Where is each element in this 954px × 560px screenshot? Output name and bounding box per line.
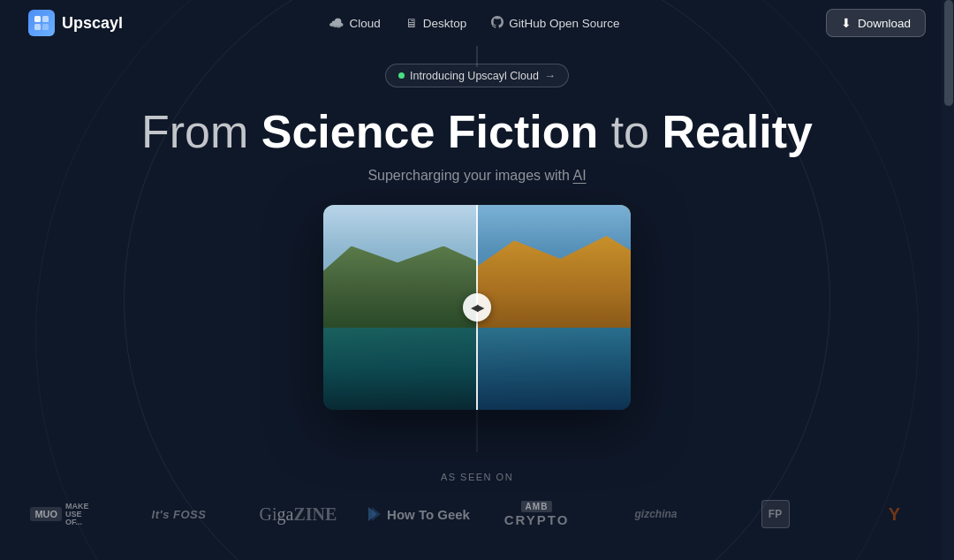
download-button[interactable]: ⬇ Download bbox=[826, 9, 926, 37]
hero-title-from: From bbox=[141, 106, 261, 157]
itsfoss-text: It's FOSS bbox=[152, 508, 207, 521]
ai-text: AI bbox=[573, 168, 587, 183]
nav-link-desktop[interactable]: 🖥 Desktop bbox=[405, 16, 467, 30]
nav-link-cloud[interactable]: ☁️ Cloud bbox=[329, 16, 380, 30]
hero-title-science-fiction: Science Fiction bbox=[261, 106, 598, 157]
hero-section: Introducing Upscayl Cloud → From Science… bbox=[0, 46, 954, 410]
navbar: Upscayl ☁️ Cloud 🖥 Desktop GitHub Open S… bbox=[0, 0, 954, 46]
logo-text: Upscayl bbox=[62, 14, 123, 33]
cloud-icon: ☁️ bbox=[329, 16, 344, 30]
announcement-badge[interactable]: Introducing Upscayl Cloud → bbox=[385, 64, 569, 87]
muo-text: MAKE USE OF... bbox=[65, 503, 89, 526]
howtogeek-logo: How To Geek bbox=[358, 495, 477, 534]
svg-rect-0 bbox=[34, 16, 41, 22]
hero-title-to: to bbox=[598, 106, 662, 157]
nav-links: ☁️ Cloud 🖥 Desktop GitHub Open Source bbox=[329, 16, 619, 31]
itsfoss-logo: It's FOSS bbox=[119, 495, 238, 534]
water-reflection-after bbox=[477, 328, 631, 410]
crypto-text: CRYPTO bbox=[504, 512, 570, 527]
fp-logo: FP bbox=[716, 495, 835, 534]
as-seen-on-section: AS SEEN ON MUO MAKE USE OF... It's FOSS … bbox=[0, 472, 954, 534]
muo-logo: MUO MAKE USE OF... bbox=[0, 495, 119, 534]
github-icon bbox=[491, 16, 504, 31]
scrollbar[interactable] bbox=[942, 0, 954, 560]
as-seen-on-label: AS SEEN ON bbox=[441, 472, 513, 482]
svg-marker-5 bbox=[372, 507, 381, 521]
gigazine-text: GigaZINE bbox=[260, 504, 337, 525]
muo-box: MUO bbox=[30, 507, 62, 521]
logo-icon bbox=[28, 10, 55, 36]
image-comparison[interactable]: ◀▶ bbox=[323, 205, 631, 410]
svg-rect-2 bbox=[34, 24, 41, 30]
howtogeek-text: How To Geek bbox=[387, 507, 470, 522]
svg-rect-3 bbox=[42, 24, 49, 30]
y-text: Y bbox=[889, 504, 900, 525]
handle-arrows-icon: ◀▶ bbox=[471, 302, 483, 314]
gizchina-logo: gizchina bbox=[596, 495, 716, 534]
fp-text: FP bbox=[761, 500, 790, 528]
comparison-handle[interactable]: ◀▶ bbox=[463, 293, 491, 322]
image-after bbox=[477, 205, 631, 410]
svg-rect-1 bbox=[42, 16, 49, 22]
ambcrypto-logo: AMB CRYPTO bbox=[477, 495, 596, 534]
amb-box: AMB bbox=[521, 501, 553, 512]
badge-arrow-icon: → bbox=[544, 69, 556, 82]
logos-row: MUO MAKE USE OF... It's FOSS GigaZINE bbox=[0, 495, 954, 534]
scrollbar-thumb[interactable] bbox=[944, 0, 953, 106]
htg-icon bbox=[365, 505, 382, 523]
hero-subtitle: Supercharging your images with AI bbox=[367, 168, 586, 184]
water-reflection-before bbox=[323, 328, 477, 410]
monitor-icon: 🖥 bbox=[405, 16, 418, 30]
download-icon: ⬇ bbox=[841, 16, 852, 30]
hero-title: From Science Fiction to Reality bbox=[141, 107, 813, 157]
gizchina-text: gizchina bbox=[634, 508, 677, 520]
y-logo: Y bbox=[835, 495, 954, 534]
nav-logo[interactable]: Upscayl bbox=[28, 10, 123, 36]
image-before bbox=[323, 205, 477, 410]
badge-dot-icon bbox=[398, 72, 405, 79]
nav-link-github[interactable]: GitHub Open Source bbox=[491, 16, 619, 31]
gigazine-logo: GigaZINE bbox=[238, 495, 358, 534]
hero-title-reality: Reality bbox=[662, 106, 813, 157]
